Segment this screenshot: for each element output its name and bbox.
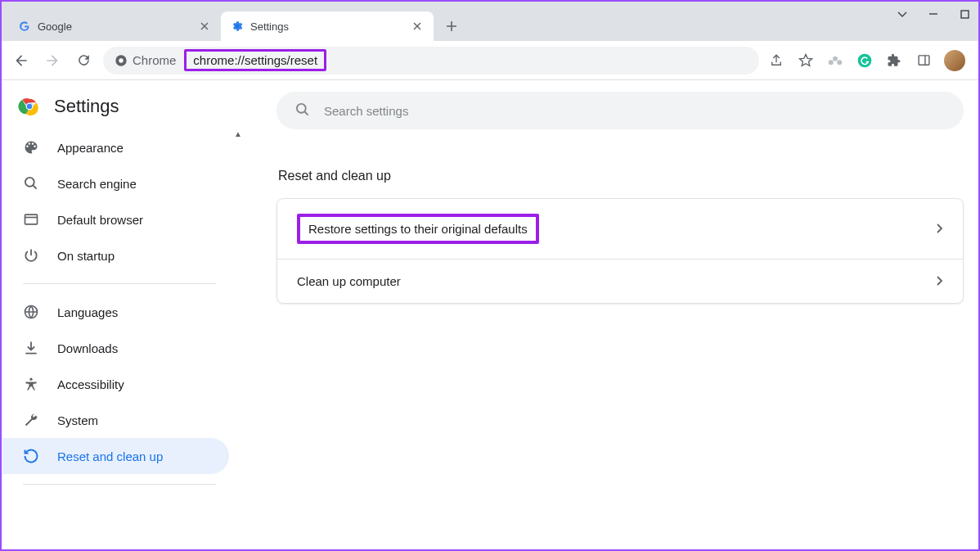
power-icon (23, 247, 39, 264)
restore-icon (23, 448, 39, 464)
reset-card: Restore settings to their original defau… (276, 198, 964, 304)
palette-icon (23, 139, 39, 156)
sidebar-item-appearance[interactable]: Appearance (2, 129, 229, 165)
sidebar-item-accessibility[interactable]: Accessibility (2, 366, 229, 402)
sidebar-item-label: Accessibility (57, 377, 124, 391)
row-restore-defaults[interactable]: Restore settings to their original defau… (277, 199, 963, 259)
tab-google[interactable]: Google (8, 11, 221, 41)
forward-button[interactable] (41, 49, 64, 72)
chevron-down-icon[interactable] (895, 7, 910, 21)
sidebar-item-system[interactable]: System (2, 402, 229, 438)
row-label: Restore settings to their original defau… (297, 214, 539, 244)
tab-settings[interactable]: Settings (221, 11, 434, 41)
sidebar-item-label: Languages (57, 305, 118, 319)
sidebar-divider (23, 484, 216, 485)
search-settings-bar[interactable] (276, 92, 964, 129)
tab-title: Settings (250, 20, 404, 33)
svg-rect-8 (919, 56, 929, 65)
svg-point-17 (29, 378, 32, 381)
minimize-icon[interactable] (926, 7, 941, 21)
chrome-scheme-chip: Chrome (115, 53, 176, 67)
side-panel-icon[interactable] (915, 52, 933, 70)
chrome-logo-icon (18, 95, 41, 118)
sidebar-item-on-startup[interactable]: On startup (2, 237, 229, 273)
svg-point-18 (297, 103, 306, 112)
wrench-icon (23, 412, 39, 428)
new-tab-button[interactable] (440, 15, 463, 38)
chrome-icon (115, 54, 128, 67)
back-button[interactable] (10, 49, 33, 72)
sidebar-item-reset-cleanup[interactable]: Reset and clean up (2, 438, 229, 474)
chevron-right-icon (937, 222, 943, 236)
browser-toolbar: Chrome chrome://settings/reset (2, 41, 978, 80)
globe-icon (23, 304, 39, 320)
share-icon[interactable] (767, 52, 785, 70)
window-icon (23, 211, 39, 228)
left-column: Settings ▲ Appearance Search engine Defa… (2, 80, 244, 549)
reload-button[interactable] (72, 49, 95, 72)
svg-rect-1 (961, 11, 969, 18)
sidebar-item-search-engine[interactable]: Search engine (2, 165, 229, 201)
scheme-label: Chrome (133, 53, 176, 67)
search-icon (23, 175, 39, 192)
page-content: Settings ▲ Appearance Search engine Defa… (2, 80, 978, 549)
close-icon[interactable] (411, 20, 424, 33)
svg-point-4 (829, 60, 834, 65)
sidebar-divider (23, 283, 216, 284)
extension-icon[interactable] (826, 52, 844, 70)
svg-point-6 (837, 60, 842, 65)
extensions-puzzle-icon[interactable] (885, 52, 903, 70)
sidebar-item-downloads[interactable]: Downloads (2, 330, 229, 366)
svg-point-3 (119, 58, 123, 62)
svg-point-7 (858, 53, 872, 67)
toolbar-actions (767, 50, 970, 71)
address-bar[interactable]: Chrome chrome://settings/reset (103, 47, 759, 75)
sidebar-item-label: Reset and clean up (57, 449, 163, 463)
sidebar-item-label: Search engine (57, 177, 137, 191)
row-clean-up-computer[interactable]: Clean up computer (277, 259, 963, 303)
main-panel: Reset and clean up Restore settings to t… (244, 80, 978, 549)
row-label: Clean up computer (297, 274, 401, 288)
tab-title: Google (38, 20, 191, 33)
page-header: Settings (2, 80, 244, 129)
svg-point-5 (833, 56, 838, 61)
profile-avatar[interactable] (944, 50, 965, 71)
close-icon[interactable] (198, 20, 211, 33)
sidebar-item-label: Downloads (57, 341, 118, 355)
svg-point-13 (25, 178, 34, 187)
grammarly-icon[interactable] (856, 52, 874, 70)
sidebar-item-label: System (57, 413, 98, 427)
sidebar-item-languages[interactable]: Languages (2, 294, 229, 330)
google-favicon (18, 20, 31, 33)
accessibility-icon (23, 376, 39, 392)
settings-sidebar[interactable]: Appearance Search engine Default browser… (2, 129, 244, 549)
chevron-right-icon (937, 274, 943, 288)
url-text: chrome://settings/reset (184, 49, 326, 71)
sidebar-item-label: On startup (57, 249, 115, 263)
section-title: Reset and clean up (278, 169, 965, 183)
sidebar-item-label: Default browser (57, 213, 143, 227)
search-settings-input[interactable] (324, 104, 946, 118)
maximize-icon[interactable] (957, 7, 972, 21)
scroll-up-arrow-icon[interactable]: ▲ (234, 129, 242, 138)
browser-tabstrip: Google Settings (2, 2, 978, 41)
page-title: Settings (54, 96, 119, 117)
search-icon (294, 102, 311, 120)
svg-rect-14 (25, 215, 38, 224)
window-controls (895, 7, 972, 21)
sidebar-item-default-browser[interactable]: Default browser (2, 201, 229, 237)
settings-favicon (231, 20, 244, 33)
sidebar-item-label: Appearance (57, 141, 124, 155)
bookmark-star-icon[interactable] (797, 52, 815, 70)
download-icon (23, 340, 39, 356)
